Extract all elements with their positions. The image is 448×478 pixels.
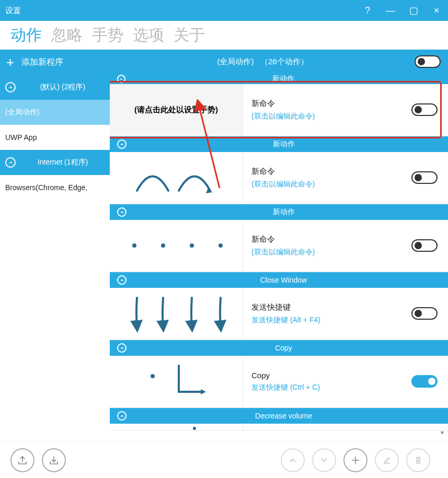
sidebar-item-label: (默认) (2程序): [21, 83, 105, 92]
section-header[interactable]: 新动作: [110, 204, 448, 220]
action-toggle[interactable]: [411, 171, 438, 184]
action-name: 新命令: [251, 99, 403, 109]
gesture-four-dots-icon: [116, 225, 236, 266]
action-name: 发送快捷键: [251, 302, 403, 312]
chevron-up-icon: [5, 82, 16, 92]
svg-point-3: [219, 243, 223, 248]
tab-ignore[interactable]: 忽略: [51, 25, 83, 46]
gesture-partial-icon: [116, 423, 236, 430]
window-title: 设置: [5, 6, 21, 16]
tab-about[interactable]: 关于: [174, 25, 205, 46]
action-name: Copy: [251, 371, 403, 380]
sidebar-item-uwp[interactable]: UWP App: [0, 125, 110, 150]
gesture-area[interactable]: [110, 220, 243, 271]
gesture-area[interactable]: (请点击此处以设置手势): [110, 84, 243, 135]
section-title: Close Window: [127, 276, 441, 284]
action-subtitle: 发送快捷键 (Alt + F4): [251, 316, 403, 325]
action-info[interactable]: 发送快捷键 发送快捷键 (Alt + F4): [243, 302, 411, 325]
action-card[interactable]: 新命令 (双击以编辑此命令): [110, 152, 448, 204]
action-info[interactable]: 新命令 (双击以编辑此命令): [243, 235, 411, 257]
tabs: 动作 忽略 手势 选项 关于: [0, 21, 448, 50]
action-info[interactable]: 新命令 (双击以编辑此命令): [243, 99, 411, 121]
global-toggle[interactable]: [415, 55, 441, 68]
action-subtitle: (双击以编辑此命令): [251, 248, 403, 257]
action-card[interactable]: Copy 发送快捷键 (Ctrl + C): [110, 356, 448, 408]
svg-point-4: [151, 374, 155, 378]
chevron-up-icon: [117, 411, 127, 421]
minimize-icon[interactable]: —: [384, 5, 397, 16]
sidebar: + 添加新程序 (默认) (2程序) (全局动作) UWP App Intern…: [0, 50, 110, 436]
action-card[interactable]: [110, 424, 448, 431]
main: + 添加新程序 (默认) (2程序) (全局动作) UWP App Intern…: [0, 50, 448, 436]
move-down-button[interactable]: [312, 448, 336, 472]
sidebar-item-label: Internet (1程序): [21, 158, 105, 167]
sidebar-item-browsers[interactable]: Browsers(Chrome, Edge,: [0, 175, 110, 200]
gesture-double-arch-icon: [116, 157, 236, 199]
section-header[interactable]: Close Window: [110, 272, 448, 288]
chevron-up-icon: [5, 157, 16, 168]
action-info[interactable]: Copy 发送快捷键 (Ctrl + C): [243, 371, 411, 392]
action-subtitle: (双击以编辑此命令): [251, 112, 403, 121]
action-card[interactable]: 发送快捷键 发送快捷键 (Alt + F4): [110, 288, 448, 340]
scroll-down-icon[interactable]: ▾: [441, 429, 444, 436]
edit-button[interactable]: [375, 448, 399, 472]
gesture-area[interactable]: [110, 423, 243, 430]
action-card[interactable]: (请点击此处以设置手势) 新命令 (双击以编辑此命令): [110, 84, 448, 136]
edit-icon: [382, 456, 392, 465]
gesture-placeholder-text: (请点击此处以设置手势): [134, 105, 218, 115]
action-card[interactable]: 新命令 (双击以编辑此命令): [110, 220, 448, 272]
gesture-area[interactable]: [110, 288, 243, 339]
count-label: （26个动作）: [260, 57, 308, 66]
plus-icon: +: [6, 54, 14, 71]
tab-gestures[interactable]: 手势: [92, 25, 123, 46]
action-subtitle: (双击以编辑此命令): [251, 180, 403, 189]
scope-label: (全局动作): [217, 57, 254, 66]
action-toggle[interactable]: [411, 375, 438, 388]
action-toggle[interactable]: [411, 239, 438, 252]
svg-point-1: [161, 243, 165, 248]
chevron-up-icon: [117, 139, 127, 149]
section-header[interactable]: 新动作: [110, 136, 448, 152]
trash-icon: [413, 456, 423, 465]
export-button[interactable]: [10, 448, 35, 472]
gesture-area[interactable]: [110, 356, 243, 407]
sidebar-item-label: Browsers(Chrome, Edge,: [5, 183, 87, 192]
section-header[interactable]: Decrease volume: [110, 408, 448, 424]
svg-point-0: [132, 243, 136, 248]
add-button[interactable]: [343, 448, 367, 472]
add-program-label: 添加新程序: [21, 57, 63, 68]
action-toggle[interactable]: [411, 307, 438, 320]
import-button[interactable]: [42, 448, 66, 472]
tab-actions[interactable]: 动作: [10, 25, 42, 46]
content: (全局动作) （26个动作） 新动作 (请点击此处以设置手势) 新命令 (双击以…: [110, 50, 448, 436]
export-icon: [17, 455, 28, 465]
section-title: 新动作: [125, 74, 441, 84]
gesture-area[interactable]: [110, 152, 243, 203]
chevron-up-icon: [289, 456, 297, 464]
gesture-dot-L-icon: [116, 360, 236, 402]
maximize-icon[interactable]: ▢: [407, 5, 420, 16]
chevron-up-icon: [117, 75, 125, 83]
action-toggle[interactable]: [411, 103, 438, 116]
section-header[interactable]: Copy: [110, 340, 448, 356]
move-up-button[interactable]: [281, 448, 305, 472]
vertical-scrollbar[interactable]: ▾: [441, 52, 447, 436]
gesture-four-down-icon: [116, 293, 236, 334]
add-program-button[interactable]: + 添加新程序: [0, 50, 110, 75]
section-header[interactable]: 新动作: [110, 74, 448, 84]
section-title: 新动作: [127, 207, 441, 217]
sidebar-item-global[interactable]: (全局动作): [0, 100, 110, 125]
chevron-up-icon: [117, 275, 127, 285]
sidebar-item-label: (全局动作): [5, 108, 39, 117]
sidebar-item-internet[interactable]: Internet (1程序): [0, 150, 110, 175]
tab-options[interactable]: 选项: [133, 25, 164, 46]
help-icon[interactable]: ?: [361, 5, 374, 16]
content-header: (全局动作) （26个动作）: [110, 50, 448, 74]
sidebar-item-default[interactable]: (默认) (2程序): [0, 75, 110, 100]
action-info[interactable]: 新命令 (双击以编辑此命令): [243, 167, 411, 189]
action-name: 新命令: [251, 167, 403, 177]
delete-button[interactable]: [406, 448, 430, 472]
close-icon[interactable]: ×: [430, 5, 443, 16]
section-title: 新动作: [127, 139, 441, 149]
svg-point-5: [193, 427, 196, 430]
